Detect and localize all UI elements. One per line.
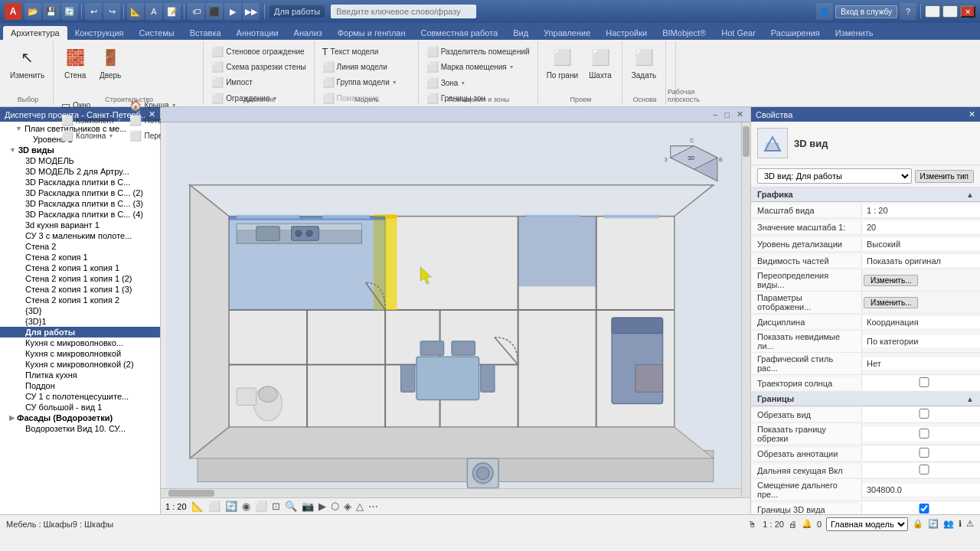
ref-btn[interactable]: ⬛ (206, 3, 223, 20)
shaft-btn[interactable]: ⬜ Шахта (583, 43, 617, 96)
tree-item[interactable]: Стена 2 копия 1 копия 1 (0, 262, 160, 273)
tree-item[interactable]: Для работы (0, 327, 160, 337)
tree-item[interactable]: 3d кухня вариант 1 (0, 220, 160, 230)
wall-cut-btn[interactable]: ⬜Схема разрезки стены (208, 60, 309, 74)
help-btn[interactable]: ? (900, 3, 916, 20)
tree-item[interactable]: 3D МОДЕЛЬ (0, 155, 160, 166)
ribbon-tab-вид[interactable]: Вид (505, 26, 536, 40)
prop-value-far-offset[interactable]: 304800.0 (862, 484, 980, 496)
prop-checkbox-crop-ann[interactable] (870, 448, 978, 458)
ribbon-tab-bimobject®[interactable]: BIMobject® (655, 26, 714, 40)
vp-icon9[interactable]: ▶ (318, 500, 326, 512)
prop-value-discipline[interactable]: Координация (862, 316, 980, 328)
tree-item[interactable]: Кухня с микроволновкой (2) (0, 359, 160, 370)
prop-checkbox-sun[interactable] (870, 377, 978, 387)
tree-item[interactable]: СУ 1 с полотенцесушите... (0, 391, 160, 402)
ribbon-tab-совместная-работа[interactable]: Совместная работа (413, 26, 506, 40)
prop-value-scale-num[interactable]: 20 (862, 221, 980, 233)
vp-icon11[interactable]: ◈ (344, 500, 351, 512)
tree-item[interactable]: {3D} (0, 305, 160, 316)
tree-item[interactable]: Плитка кухня (0, 370, 160, 380)
tree-item[interactable]: Стена 2 копия 1 копия 1 (3) (0, 284, 160, 295)
model-text-btn[interactable]: TТекст модели (319, 44, 400, 59)
view-type-dropdown[interactable]: 3D вид: Для работы (757, 168, 912, 184)
ribbon-tab-системы[interactable]: Системы (132, 26, 182, 40)
text-btn[interactable]: A (145, 3, 162, 20)
prop-checkbox-far-clip[interactable] (870, 465, 978, 474)
undo-btn[interactable]: ↩ (85, 3, 102, 20)
prop-value-scale-view[interactable]: 1 : 20 (862, 204, 980, 217)
tree-item[interactable]: 3D Раскладка плитки в С... (0, 177, 160, 187)
vp-icon4[interactable]: ◉ (242, 500, 250, 512)
prop-btn-display[interactable]: Изменить... (864, 297, 918, 308)
minimize-btn[interactable]: − (925, 5, 940, 18)
tree-item[interactable]: 3D Раскладка плитки в С... (3) (0, 198, 160, 209)
redo-btn[interactable]: ↪ (103, 3, 120, 20)
tree-item[interactable]: 3D Раскладка плитки в С... (4) (0, 209, 160, 220)
door-btn[interactable]: 🚪 Дверь (93, 43, 127, 96)
viewport-scrollbar-v[interactable] (741, 122, 750, 497)
vp-minimize[interactable]: − (710, 109, 720, 120)
tree-item[interactable]: ▼3D виды (0, 145, 160, 155)
status-lock-icon[interactable]: 🔒 (913, 519, 923, 529)
tree-item[interactable]: Кухня с микроволновкой (0, 348, 160, 359)
scrollbar-h-thumb[interactable] (168, 490, 214, 497)
section-header-graphics[interactable]: Графика ▲ (751, 187, 980, 202)
tree-item[interactable]: Поддон (0, 380, 160, 391)
scrollbar-v-thumb[interactable] (743, 126, 750, 157)
prop-value-graphic-style[interactable]: Нет (862, 357, 980, 370)
set-btn[interactable]: ⬜ Задать (627, 43, 661, 93)
open-btn[interactable]: 📂 (24, 3, 41, 20)
ribbon-tab-hot-gear[interactable]: Hot Gear (714, 26, 763, 40)
status-icon-bell[interactable]: 🔔 (802, 519, 812, 529)
prop-checkbox-crop[interactable] (870, 409, 978, 419)
tree-item[interactable]: Кухня с микроволновко... (0, 337, 160, 348)
room-tag-btn[interactable]: ⬜Марка помещения▼ (423, 60, 533, 74)
tree-item[interactable]: 3D МОДЕЛЬ 2 для Артру... (0, 166, 160, 177)
vp-icon12[interactable]: △ (356, 500, 364, 512)
vp-icon6[interactable]: ⊡ (272, 500, 280, 512)
vp-icon5[interactable]: ⬜ (255, 500, 267, 512)
vp-icon13[interactable]: ⋯ (368, 500, 378, 512)
prop-value-invisible[interactable]: По категории (862, 335, 980, 347)
ribbon-tab-архитектура[interactable]: Архитектура (3, 26, 67, 40)
zone-btn[interactable]: ⬜Зона▼ (423, 76, 494, 90)
status-icon-plot[interactable]: 🖨 (789, 520, 797, 529)
wall-btn[interactable]: 🧱 Стена (58, 43, 92, 96)
prop-checkbox-3d-bounds[interactable] (870, 504, 978, 514)
vp-icon7[interactable]: 🔍 (285, 500, 297, 512)
ribbon-tab-вставка[interactable]: Вставка (182, 26, 229, 40)
ribbon-tab-управление[interactable]: Управление (536, 26, 598, 40)
annotate-btn[interactable]: 📝 (164, 3, 181, 20)
room-sep2-btn[interactable]: ⬜Разделитель помещений (423, 44, 533, 59)
run-btn[interactable]: ▶ (224, 3, 241, 20)
maximize-btn[interactable]: □ (942, 5, 958, 18)
prop-value-detail[interactable]: Высокий (862, 238, 980, 250)
status-warn-icon[interactable]: ⚠ (966, 519, 974, 529)
tree-item[interactable]: Стена 2 копия 1 (0, 252, 160, 262)
tag-btn[interactable]: 🏷 (188, 3, 204, 20)
tree-area[interactable]: ▼План светильников с ме...Уровень 1▼3D в… (0, 122, 160, 514)
user-icon[interactable]: 👤 (816, 3, 833, 20)
prop-value-parts[interactable]: Показать оригинал (862, 255, 980, 267)
tree-item[interactable]: Стена 2 копия 1 копия 2 (0, 295, 160, 305)
ribbon-tab-изменить[interactable]: Изменить (828, 26, 881, 40)
login-btn[interactable]: Вход в службу (835, 5, 897, 18)
ribbon-tab-настройки[interactable]: Настройки (598, 26, 655, 40)
ribbon-tab-анализ[interactable]: Анализ (286, 26, 330, 40)
vp-icon1[interactable]: 📐 (191, 500, 204, 512)
tree-item[interactable]: СУ 3 с маленьким полоте... (0, 230, 160, 241)
column-btn[interactable]: ⬜Колонна▼ (58, 129, 125, 143)
ribbon-tab-формы-и-генплан[interactable]: Формы и генплан (330, 26, 413, 40)
search-input[interactable] (331, 5, 476, 18)
vp-close[interactable]: ✕ (734, 109, 746, 120)
select-btn[interactable]: ↖ Изменить (6, 43, 48, 93)
ribbon-tab-аннотации[interactable]: Аннотации (229, 26, 286, 40)
status-model-select[interactable]: Главная модель (826, 517, 908, 531)
mullion-btn[interactable]: ⬜Импост (208, 75, 309, 90)
tree-item[interactable]: Стена 2 (0, 241, 160, 252)
prop-btn-overrides[interactable]: Изменить... (864, 275, 918, 286)
right-panel-close[interactable]: ✕ (969, 109, 975, 119)
tree-item[interactable]: Стена 2 копия 1 копия 1 (2) (0, 273, 160, 284)
change-type-btn[interactable]: Изменить тип (915, 170, 974, 183)
